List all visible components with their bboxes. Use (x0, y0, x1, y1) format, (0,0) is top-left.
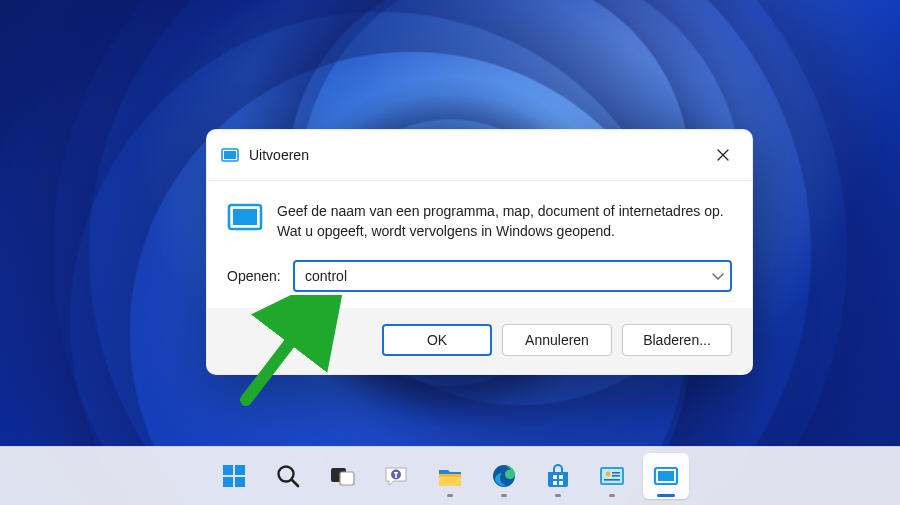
open-combobox[interactable] (293, 260, 732, 292)
settings-tool-icon (598, 462, 626, 490)
task-view-icon (328, 462, 356, 490)
svg-rect-5 (223, 465, 233, 475)
svg-point-23 (606, 472, 611, 477)
svg-rect-7 (223, 477, 233, 487)
svg-rect-18 (559, 475, 563, 479)
svg-rect-28 (658, 471, 674, 481)
close-icon (717, 149, 729, 161)
titlebar: Uitvoeren (207, 130, 752, 181)
dialog-footer: OK Annuleren Bladeren... (207, 308, 752, 374)
close-button[interactable] (700, 140, 746, 170)
dialog-description: Geef de naam van een programma, map, doc… (277, 199, 732, 242)
edge-icon (490, 462, 518, 490)
chat-icon (382, 462, 410, 490)
taskbar-run-button[interactable] (643, 453, 689, 499)
search-icon (274, 462, 302, 490)
svg-rect-24 (612, 472, 620, 474)
svg-rect-12 (340, 472, 354, 485)
edge-button[interactable] (481, 453, 527, 499)
dialog-title: Uitvoeren (249, 147, 700, 163)
file-explorer-button[interactable] (427, 453, 473, 499)
chat-button[interactable] (373, 453, 419, 499)
run-icon (221, 146, 239, 164)
run-large-icon (227, 199, 263, 235)
svg-rect-26 (604, 479, 620, 481)
svg-rect-15 (439, 474, 461, 477)
browse-button[interactable]: Bladeren... (622, 324, 732, 356)
svg-rect-25 (612, 475, 620, 477)
svg-rect-6 (235, 465, 245, 475)
svg-rect-17 (553, 475, 557, 479)
svg-rect-3 (233, 209, 257, 225)
start-button[interactable] (211, 453, 257, 499)
store-button[interactable] (535, 453, 581, 499)
start-icon (220, 462, 248, 490)
svg-rect-1 (224, 151, 236, 159)
taskbar (0, 446, 900, 505)
open-input[interactable] (293, 260, 732, 292)
svg-rect-8 (235, 477, 245, 487)
open-label: Openen: (227, 268, 285, 284)
file-explorer-icon (436, 462, 464, 490)
dialog-body: Geef de naam van een programma, map, doc… (207, 181, 752, 308)
open-row: Openen: (227, 260, 732, 292)
run-dialog: Uitvoeren Geef de naam van een programma… (206, 129, 753, 375)
svg-line-10 (292, 480, 298, 486)
ok-button[interactable]: OK (382, 324, 492, 356)
settings-tool-button[interactable] (589, 453, 635, 499)
run-icon (652, 462, 680, 490)
svg-rect-19 (553, 481, 557, 485)
svg-rect-20 (559, 481, 563, 485)
cancel-button[interactable]: Annuleren (502, 324, 612, 356)
search-button[interactable] (265, 453, 311, 499)
info-row: Geef de naam van een programma, map, doc… (227, 199, 732, 242)
task-view-button[interactable] (319, 453, 365, 499)
store-icon (544, 462, 572, 490)
